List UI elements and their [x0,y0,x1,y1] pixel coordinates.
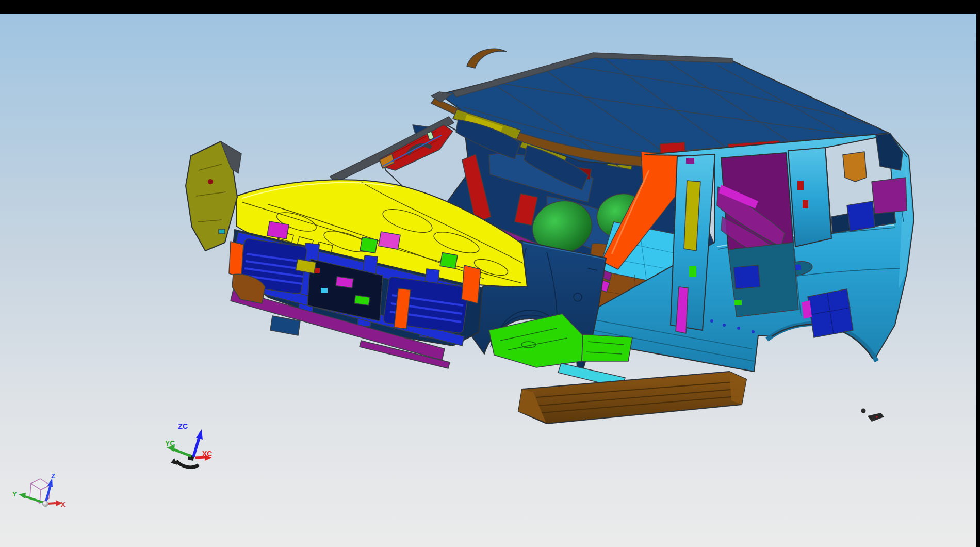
cad-application-window: ZC YC XC Z Y [0,0,980,547]
datum-origin-ball[interactable] [43,501,48,507]
c-pillar[interactable] [788,148,831,247]
wcs-y-label: YC [165,439,175,447]
datum-z-label: Z [51,472,55,480]
right-window-bar [976,0,980,547]
graphics-window[interactable]: ZC YC XC Z Y [0,0,980,547]
datum-x-label: X [61,501,66,508]
datum-y-label: Y [12,490,17,498]
wcs-z-label: ZC [178,422,188,430]
top-window-bar [0,0,980,14]
wcs-x-label: XC [202,449,212,458]
